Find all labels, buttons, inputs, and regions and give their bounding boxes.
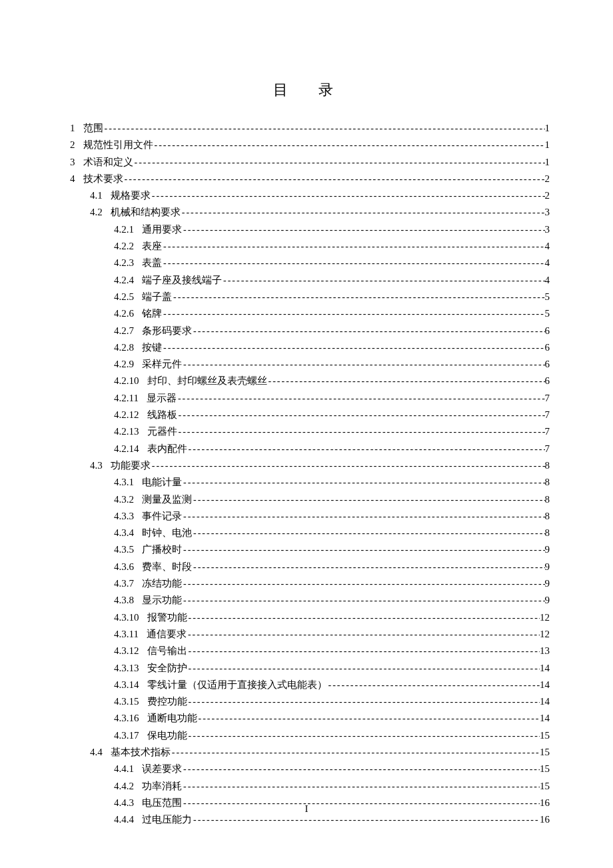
toc-entry-page: 5: [545, 305, 550, 321]
toc-entry: 4.3.12信号输出13: [70, 643, 550, 659]
toc-entry-page: 6: [545, 339, 550, 355]
toc-entry-number: 4: [70, 171, 75, 187]
toc-entry-text: 技术要求: [75, 171, 123, 187]
toc-entry-number: 4.2.6: [114, 305, 134, 321]
toc-entry-number: 4.3.3: [114, 508, 134, 524]
toc-entry-number: 4.2.11: [114, 390, 139, 406]
toc-entry-page: 7: [545, 423, 550, 439]
toc-entry-number: 4.2.2: [114, 238, 134, 254]
toc-entry-number: 4.3.8: [114, 592, 134, 608]
toc-entry: 4.2.13元器件7: [70, 423, 550, 440]
toc-entry-page: 8: [545, 457, 550, 473]
toc-entry-page: 7: [545, 390, 550, 406]
toc-container: 1范围12规范性引用文件13术语和定义14技术要求24.1规格要求24.2机械和…: [70, 120, 550, 828]
toc-entry-text: 采样元件: [134, 356, 182, 372]
toc-entry: 4.2.6铭牌5: [70, 305, 550, 322]
toc-entry-text: 功率消耗: [134, 778, 182, 794]
toc-entry-page: 7: [545, 407, 550, 423]
toc-entry-leader: [162, 239, 545, 255]
toc-entry: 4.3.10报警功能12: [70, 609, 550, 626]
toc-entry-page: 5: [545, 289, 550, 305]
toc-entry-text: 显示功能: [134, 592, 182, 608]
toc-entry-text: 条形码要求: [134, 323, 192, 339]
toc-entry-text: 基本技术指标: [103, 744, 171, 760]
toc-entry-text: 线路板: [139, 407, 177, 423]
toc-entry: 4.2.12线路板7: [70, 407, 550, 423]
toc-entry-page: 6: [545, 323, 550, 339]
toc-entry-page: 3: [545, 221, 550, 237]
toc-entry: 2规范性引用文件1: [70, 137, 550, 153]
toc-entry-text: 表内配件: [139, 441, 187, 457]
toc-entry: 4.3.8显示功能9: [70, 592, 550, 609]
toc-entry-leader: [162, 340, 545, 356]
toc-entry-leader: [177, 424, 545, 440]
toc-entry: 4.3.7冻结功能9: [70, 575, 550, 592]
toc-entry-text: 封印、封印螺丝及表壳螺丝: [139, 373, 267, 389]
toc-entry-page: 1: [545, 120, 550, 136]
toc-entry: 4.2.14表内配件7: [70, 441, 550, 457]
toc-entry-leader: [182, 357, 545, 373]
toc-entry: 4.4基本技术指标15: [70, 744, 550, 761]
toc-entry: 4.2.9采样元件6: [70, 356, 550, 373]
toc-entry: 4.3.1电能计量8: [70, 474, 550, 491]
toc-entry-number: 4.2.13: [114, 423, 139, 439]
toc-entry-leader: [171, 745, 540, 761]
toc-entry-number: 4.3.7: [114, 575, 134, 591]
toc-entry-leader: [222, 273, 545, 289]
toc-entry-leader: [187, 728, 540, 744]
toc-entry-leader: [151, 458, 545, 474]
toc-entry-text: 费控功能: [139, 693, 187, 709]
toc-entry: 4.3.2测量及监测8: [70, 491, 550, 508]
toc-entry: 4.2.5端子盖5: [70, 289, 550, 305]
toc-entry-page: 12: [540, 626, 550, 642]
toc-entry-text: 范围: [75, 120, 103, 136]
toc-entry-text: 显示器: [139, 390, 177, 406]
toc-entry: 4.3.5广播校时9: [70, 541, 550, 558]
toc-entry-page: 4: [545, 255, 550, 271]
toc-entry-page: 1: [545, 154, 550, 170]
toc-entry-text: 误差要求: [134, 761, 182, 777]
toc-entry-text: 通信要求: [139, 626, 187, 642]
toc-entry: 4.2.4端子座及接线端子4: [70, 272, 550, 289]
toc-entry: 4.2机械和结构要求3: [70, 204, 550, 221]
toc-entry-page: 9: [545, 575, 550, 591]
toc-entry-leader: [182, 542, 545, 558]
toc-entry-page: 6: [545, 356, 550, 372]
toc-entry-page: 15: [540, 778, 550, 794]
toc-entry-leader: [182, 509, 545, 525]
toc-entry-page: 14: [540, 710, 550, 726]
toc-entry-leader: [187, 610, 540, 626]
toc-entry-text: 规格要求: [103, 187, 151, 203]
toc-entry-number: 4.2.14: [114, 441, 139, 457]
toc-entry-text: 规范性引用文件: [75, 137, 153, 153]
toc-entry-page: 14: [540, 660, 550, 676]
toc-entry: 4.2.8按键6: [70, 339, 550, 356]
toc-entry-leader: [162, 255, 545, 271]
toc-entry-leader: [177, 391, 545, 407]
toc-entry-text: 费率、时段: [134, 559, 192, 575]
toc-entry-text: 时钟、电池: [134, 525, 192, 541]
toc-entry-page: 2: [545, 187, 550, 203]
toc-entry-leader: [181, 205, 545, 221]
toc-entry-page: 3: [545, 204, 550, 220]
toc-entry-page: 12: [540, 609, 550, 625]
toc-entry-number: 4.2.5: [114, 289, 134, 305]
toc-entry-page: 7: [545, 441, 550, 457]
toc-entry: 4.4.1误差要求15: [70, 761, 550, 777]
toc-entry-number: 4.2.9: [114, 356, 134, 372]
toc-entry-number: 1: [70, 120, 75, 136]
toc-entry-text: 按键: [134, 339, 162, 355]
toc-entry: 4.2.7条形码要求6: [70, 323, 550, 339]
toc-entry-page: 2: [545, 171, 550, 187]
toc-entry-number: 4.2.3: [114, 255, 134, 271]
toc-entry-leader: [192, 492, 545, 508]
toc-entry-number: 4.3.4: [114, 525, 134, 541]
toc-entry-number: 4.3.14: [114, 677, 139, 693]
toc-entry: 4.3.13安全防护14: [70, 660, 550, 677]
toc-entry-number: 4.3.5: [114, 541, 134, 557]
toc-entry-page: 8: [545, 525, 550, 541]
toc-entry-page: 9: [545, 559, 550, 575]
toc-entry: 4.3.16通断电功能14: [70, 710, 550, 727]
toc-entry-leader: [187, 441, 545, 457]
toc-entry-text: 元器件: [139, 423, 177, 439]
